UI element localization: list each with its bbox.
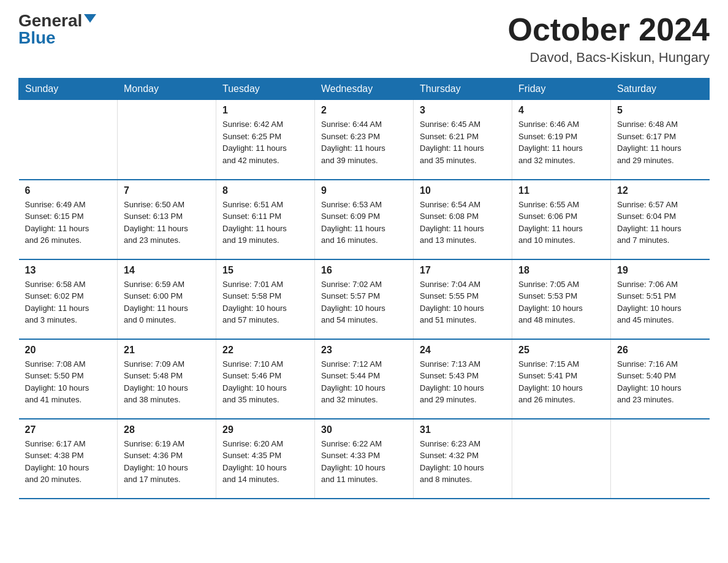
day-info: Sunrise: 7:12 AM Sunset: 5:44 PM Dayligh…	[321, 358, 407, 406]
header-wednesday: Wednesday	[315, 79, 414, 100]
header-friday: Friday	[512, 79, 611, 100]
day-info: Sunrise: 6:57 AM Sunset: 6:04 PM Dayligh…	[617, 199, 703, 247]
day-number: 14	[124, 265, 210, 276]
calendar-cell: 17Sunrise: 7:04 AM Sunset: 5:55 PM Dayli…	[414, 259, 512, 339]
calendar-cell: 21Sunrise: 7:09 AM Sunset: 5:48 PM Dayli…	[118, 339, 216, 419]
day-number: 11	[518, 185, 604, 196]
calendar-cell: 11Sunrise: 6:55 AM Sunset: 6:06 PM Dayli…	[512, 180, 611, 259]
day-number: 8	[222, 185, 308, 196]
calendar-cell: 4Sunrise: 6:46 AM Sunset: 6:19 PM Daylig…	[512, 100, 611, 180]
day-number: 22	[222, 345, 308, 356]
calendar-cell: 24Sunrise: 7:13 AM Sunset: 5:43 PM Dayli…	[414, 339, 512, 419]
week-row-2: 6Sunrise: 6:49 AM Sunset: 6:15 PM Daylig…	[19, 180, 710, 259]
day-info: Sunrise: 7:04 AM Sunset: 5:55 PM Dayligh…	[420, 278, 506, 326]
calendar-cell: 12Sunrise: 6:57 AM Sunset: 6:04 PM Dayli…	[611, 180, 710, 259]
day-info: Sunrise: 7:08 AM Sunset: 5:50 PM Dayligh…	[25, 358, 112, 406]
header-monday: Monday	[118, 79, 216, 100]
logo-general-text: General	[18, 12, 82, 29]
day-info: Sunrise: 6:59 AM Sunset: 6:00 PM Dayligh…	[124, 278, 210, 326]
day-info: Sunrise: 6:46 AM Sunset: 6:19 PM Dayligh…	[518, 118, 604, 166]
day-number: 6	[25, 185, 112, 196]
day-info: Sunrise: 6:58 AM Sunset: 6:02 PM Dayligh…	[25, 278, 112, 326]
calendar-cell: 31Sunrise: 6:23 AM Sunset: 4:32 PM Dayli…	[414, 419, 512, 499]
day-info: Sunrise: 6:49 AM Sunset: 6:15 PM Dayligh…	[25, 199, 112, 247]
day-info: Sunrise: 7:16 AM Sunset: 5:40 PM Dayligh…	[617, 358, 703, 406]
week-row-1: 1Sunrise: 6:42 AM Sunset: 6:25 PM Daylig…	[19, 100, 710, 180]
calendar-cell: 13Sunrise: 6:58 AM Sunset: 6:02 PM Dayli…	[19, 259, 118, 339]
month-title: October 2024	[508, 12, 710, 47]
calendar-cell: 18Sunrise: 7:05 AM Sunset: 5:53 PM Dayli…	[512, 259, 611, 339]
day-number: 16	[321, 265, 407, 276]
calendar-cell: 16Sunrise: 7:02 AM Sunset: 5:57 PM Dayli…	[315, 259, 414, 339]
day-info: Sunrise: 7:01 AM Sunset: 5:58 PM Dayligh…	[222, 278, 308, 326]
day-number: 23	[321, 345, 407, 356]
calendar-cell	[611, 419, 710, 499]
day-info: Sunrise: 6:50 AM Sunset: 6:13 PM Dayligh…	[124, 199, 210, 247]
calendar-cell: 30Sunrise: 6:22 AM Sunset: 4:33 PM Dayli…	[315, 419, 414, 499]
day-number: 21	[124, 345, 210, 356]
day-info: Sunrise: 6:54 AM Sunset: 6:08 PM Dayligh…	[420, 199, 506, 247]
day-number: 20	[25, 345, 112, 356]
calendar-cell: 7Sunrise: 6:50 AM Sunset: 6:13 PM Daylig…	[118, 180, 216, 259]
day-number: 19	[617, 265, 703, 276]
day-info: Sunrise: 6:55 AM Sunset: 6:06 PM Dayligh…	[518, 199, 604, 247]
day-number: 25	[518, 345, 604, 356]
logo-blue-text: Blue	[18, 29, 56, 47]
day-number: 10	[420, 185, 506, 196]
calendar-cell: 22Sunrise: 7:10 AM Sunset: 5:46 PM Dayli…	[216, 339, 315, 419]
day-number: 3	[420, 105, 506, 116]
calendar-cell: 8Sunrise: 6:51 AM Sunset: 6:11 PM Daylig…	[216, 180, 315, 259]
day-info: Sunrise: 7:10 AM Sunset: 5:46 PM Dayligh…	[222, 358, 308, 406]
day-number: 17	[420, 265, 506, 276]
day-info: Sunrise: 7:06 AM Sunset: 5:51 PM Dayligh…	[617, 278, 703, 326]
calendar-cell: 28Sunrise: 6:19 AM Sunset: 4:36 PM Dayli…	[118, 419, 216, 499]
header-saturday: Saturday	[611, 79, 710, 100]
calendar-cell	[118, 100, 216, 180]
calendar-cell	[512, 419, 611, 499]
calendar-cell: 19Sunrise: 7:06 AM Sunset: 5:51 PM Dayli…	[611, 259, 710, 339]
day-info: Sunrise: 6:51 AM Sunset: 6:11 PM Dayligh…	[222, 199, 308, 247]
week-row-4: 20Sunrise: 7:08 AM Sunset: 5:50 PM Dayli…	[19, 339, 710, 419]
header-sunday: Sunday	[19, 79, 118, 100]
week-row-5: 27Sunrise: 6:17 AM Sunset: 4:38 PM Dayli…	[19, 419, 710, 499]
day-info: Sunrise: 6:42 AM Sunset: 6:25 PM Dayligh…	[222, 118, 308, 166]
day-number: 31	[420, 424, 506, 435]
calendar-cell: 5Sunrise: 6:48 AM Sunset: 6:17 PM Daylig…	[611, 100, 710, 180]
week-row-3: 13Sunrise: 6:58 AM Sunset: 6:02 PM Dayli…	[19, 259, 710, 339]
calendar-cell: 10Sunrise: 6:54 AM Sunset: 6:08 PM Dayli…	[414, 180, 512, 259]
logo-triangle-icon	[84, 14, 96, 23]
day-number: 28	[124, 424, 210, 435]
calendar-cell: 2Sunrise: 6:44 AM Sunset: 6:23 PM Daylig…	[315, 100, 414, 180]
day-number: 1	[222, 105, 308, 116]
day-info: Sunrise: 6:48 AM Sunset: 6:17 PM Dayligh…	[617, 118, 703, 166]
day-info: Sunrise: 6:53 AM Sunset: 6:09 PM Dayligh…	[321, 199, 407, 247]
day-number: 26	[617, 345, 703, 356]
calendar-cell: 23Sunrise: 7:12 AM Sunset: 5:44 PM Dayli…	[315, 339, 414, 419]
calendar-cell: 20Sunrise: 7:08 AM Sunset: 5:50 PM Dayli…	[19, 339, 118, 419]
day-info: Sunrise: 6:17 AM Sunset: 4:38 PM Dayligh…	[25, 438, 112, 486]
day-number: 24	[420, 345, 506, 356]
day-info: Sunrise: 7:02 AM Sunset: 5:57 PM Dayligh…	[321, 278, 407, 326]
calendar-cell: 25Sunrise: 7:15 AM Sunset: 5:41 PM Dayli…	[512, 339, 611, 419]
calendar-cell: 29Sunrise: 6:20 AM Sunset: 4:35 PM Dayli…	[216, 419, 315, 499]
calendar-cell: 1Sunrise: 6:42 AM Sunset: 6:25 PM Daylig…	[216, 100, 315, 180]
day-number: 29	[222, 424, 308, 435]
calendar-cell: 14Sunrise: 6:59 AM Sunset: 6:00 PM Dayli…	[118, 259, 216, 339]
day-info: Sunrise: 7:13 AM Sunset: 5:43 PM Dayligh…	[420, 358, 506, 406]
day-number: 15	[222, 265, 308, 276]
calendar-cell: 27Sunrise: 6:17 AM Sunset: 4:38 PM Dayli…	[19, 419, 118, 499]
page-header: General Blue October 2024 Davod, Bacs-Ki…	[18, 12, 710, 66]
location-subtitle: Davod, Bacs-Kiskun, Hungary	[508, 50, 710, 66]
day-number: 7	[124, 185, 210, 196]
calendar-cell: 3Sunrise: 6:45 AM Sunset: 6:21 PM Daylig…	[414, 100, 512, 180]
day-number: 18	[518, 265, 604, 276]
day-number: 13	[25, 265, 112, 276]
day-number: 9	[321, 185, 407, 196]
calendar-header-row: SundayMondayTuesdayWednesdayThursdayFrid…	[19, 79, 710, 100]
calendar-table: SundayMondayTuesdayWednesdayThursdayFrid…	[18, 78, 710, 499]
day-number: 30	[321, 424, 407, 435]
logo: General Blue	[18, 12, 96, 47]
day-info: Sunrise: 6:45 AM Sunset: 6:21 PM Dayligh…	[420, 118, 506, 166]
calendar-cell: 26Sunrise: 7:16 AM Sunset: 5:40 PM Dayli…	[611, 339, 710, 419]
calendar-cell: 6Sunrise: 6:49 AM Sunset: 6:15 PM Daylig…	[19, 180, 118, 259]
